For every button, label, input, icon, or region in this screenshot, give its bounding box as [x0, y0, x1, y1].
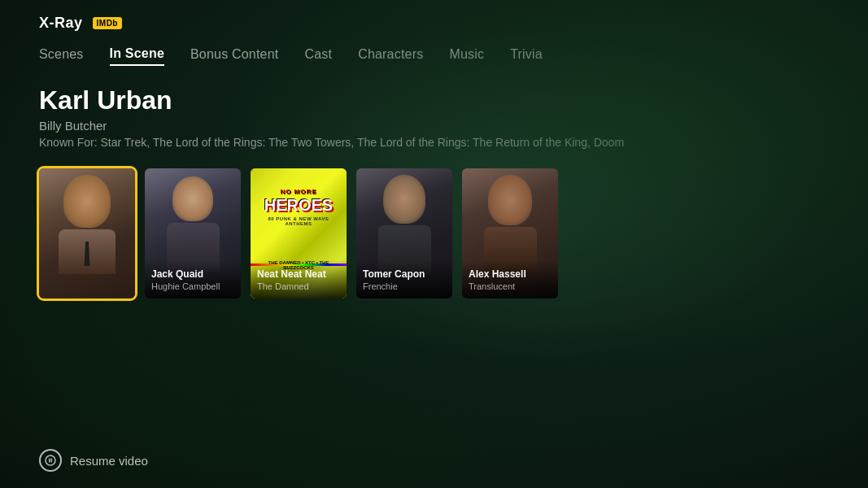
card-4-actor: Tomer Capon	[363, 268, 446, 280]
cards-row: Jack Quaid Hughie Campbell No More HEROE…	[39, 168, 829, 298]
card-3-bg: No More HEROES 80 PUNK & NEW WAVE ANTHEM…	[251, 168, 347, 298]
play-pause-icon	[45, 455, 56, 466]
imdb-badge: IMDb	[93, 17, 122, 29]
nav-cast[interactable]: Cast	[304, 44, 332, 65]
resume-video-label[interactable]: Resume video	[70, 454, 148, 468]
card-5-overlay: Alex Hassell Translucent	[462, 244, 558, 298]
card-tomer-capon[interactable]: Tomer Capon Frenchie	[356, 168, 452, 298]
card-2-bg: Jack Quaid Hughie Campbell	[145, 168, 241, 298]
bottom-bar: Resume video	[39, 449, 148, 472]
card-2-actor: Jack Quaid	[151, 268, 234, 280]
svg-rect-2	[51, 459, 53, 463]
svg-point-0	[46, 455, 55, 465]
header: X-Ray IMDb	[0, 0, 868, 40]
resume-icon	[39, 449, 62, 472]
card-2-overlay: Jack Quaid Hughie Campbell	[145, 244, 241, 298]
svg-rect-1	[49, 459, 50, 463]
navigation: Scenes In Scene Bonus Content Cast Chara…	[0, 40, 868, 79]
nav-music[interactable]: Music	[449, 44, 484, 65]
card-alex-hassell[interactable]: Alex Hassell Translucent	[462, 168, 558, 298]
nav-scenes[interactable]: Scenes	[39, 44, 84, 65]
xray-title: X-Ray	[39, 15, 83, 32]
card-4-bg: Tomer Capon Frenchie	[356, 168, 452, 298]
card-2-character: Hughie Campbell	[151, 281, 234, 292]
nav-characters[interactable]: Characters	[358, 44, 423, 65]
card-3-character: The Damned	[257, 281, 340, 292]
card-jack-quaid[interactable]: Jack Quaid Hughie Campbell	[145, 168, 241, 298]
card-4-character: Frenchie	[363, 281, 446, 292]
nav-in-scene[interactable]: In Scene	[110, 43, 164, 66]
character-name: Billy Butcher	[39, 119, 829, 133]
card-4-overlay: Tomer Capon Frenchie	[356, 244, 452, 298]
content-area: Karl Urban Billy Butcher Known For: Star…	[0, 79, 868, 298]
card-neat-neat-neat[interactable]: No More HEROES 80 PUNK & NEW WAVE ANTHEM…	[251, 168, 347, 298]
card-5-character: Translucent	[469, 281, 552, 292]
card-1-bg	[39, 168, 135, 298]
nav-trivia[interactable]: Trivia	[510, 44, 543, 65]
card-karl-urban[interactable]	[39, 168, 135, 298]
known-for: Known For: Star Trek, The Lord of the Ri…	[39, 136, 829, 149]
nav-bonus-content[interactable]: Bonus Content	[190, 44, 278, 65]
card-5-actor: Alex Hassell	[469, 268, 552, 280]
card-5-bg: Alex Hassell Translucent	[462, 168, 558, 298]
card-3-overlay: Neat Neat Neat The Damned	[251, 244, 347, 298]
actor-name: Karl Urban	[39, 85, 829, 115]
card-3-actor: Neat Neat Neat	[257, 268, 340, 280]
